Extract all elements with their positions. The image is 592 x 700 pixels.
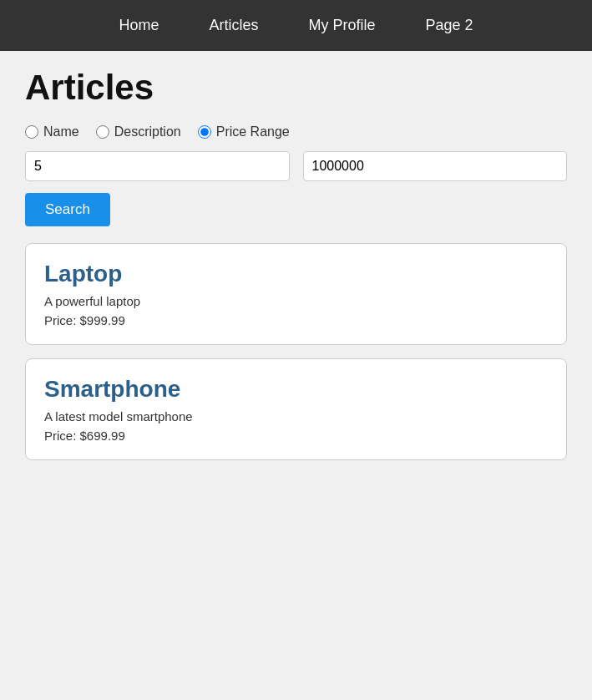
filter-price-range-radio[interactable] xyxy=(198,125,211,139)
search-inputs xyxy=(25,151,567,181)
filter-name-radio[interactable] xyxy=(25,125,38,139)
article-price-smartphone: Price: $699.99 xyxy=(44,429,548,443)
filter-description-radio[interactable] xyxy=(96,125,109,139)
filter-name[interactable]: Name xyxy=(25,124,79,139)
filter-price-range[interactable]: Price Range xyxy=(198,124,290,139)
article-description-laptop: A powerful laptop xyxy=(44,294,548,308)
article-title-laptop: Laptop xyxy=(44,261,548,287)
article-description-smartphone: A latest model smartphone xyxy=(44,409,548,424)
search-max-input[interactable] xyxy=(303,151,568,181)
search-button[interactable]: Search xyxy=(25,193,110,226)
main-nav: Home Articles My Profile Page 2 xyxy=(0,0,592,51)
filter-description-label: Description xyxy=(114,124,181,139)
article-price-laptop: Price: $999.99 xyxy=(44,313,548,327)
filter-price-range-label: Price Range xyxy=(216,124,290,139)
nav-home[interactable]: Home xyxy=(119,17,159,34)
article-card-smartphone: Smartphone A latest model smartphone Pri… xyxy=(25,358,567,460)
filter-description[interactable]: Description xyxy=(96,124,181,139)
nav-my-profile[interactable]: My Profile xyxy=(308,17,375,34)
nav-page2[interactable]: Page 2 xyxy=(425,17,473,34)
nav-articles[interactable]: Articles xyxy=(209,17,258,34)
article-title-smartphone: Smartphone xyxy=(44,376,548,403)
article-card-laptop: Laptop A powerful laptop Price: $999.99 xyxy=(25,243,567,345)
filter-options: Name Description Price Range xyxy=(25,124,567,139)
page-title: Articles xyxy=(25,68,567,108)
main-content: Articles Name Description Price Range Se… xyxy=(0,51,592,490)
search-min-input[interactable] xyxy=(25,151,290,181)
filter-name-label: Name xyxy=(43,124,79,139)
